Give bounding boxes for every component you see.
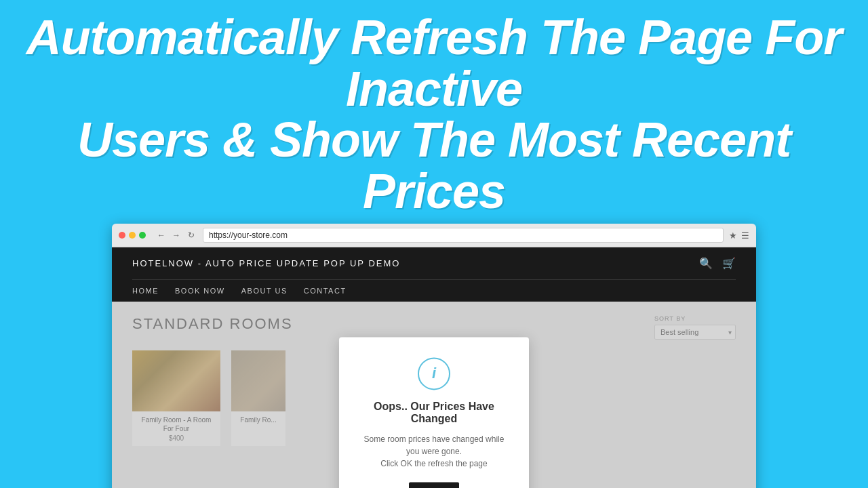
dot-maximize[interactable]	[139, 232, 146, 239]
browser-actions: ★ ☰	[729, 230, 749, 241]
back-button[interactable]: ←	[155, 229, 167, 241]
forward-button[interactable]: →	[170, 229, 182, 241]
banner-title: Automatically Refresh The Page For Inact…	[14, 12, 854, 217]
browser-dots	[119, 232, 146, 239]
site-title: HOTELNOW - AUTO PRICE UPDATE POP UP DEMO	[132, 258, 400, 268]
browser-window: ← → ↻ https://your-store.com ★ ☰ HOTELNO…	[112, 224, 756, 488]
nav-home[interactable]: HOME	[132, 287, 159, 295]
nav-contact[interactable]: CONTACT	[304, 287, 347, 295]
dot-close[interactable]	[119, 232, 125, 239]
nav-about-us[interactable]: ABOUT US	[241, 287, 288, 295]
browser-chrome: ← → ↻ https://your-store.com ★ ☰	[112, 224, 756, 247]
website-content: HOTELNOW - AUTO PRICE UPDATE POP UP DEMO…	[112, 247, 756, 488]
banner: Automatically Refresh The Page For Inact…	[0, 0, 868, 224]
site-header-top: HOTELNOW - AUTO PRICE UPDATE POP UP DEMO…	[132, 247, 736, 279]
modal-message: Some room prices have changed while you …	[363, 434, 505, 470]
browser-navigation: ← → ↻	[155, 229, 197, 241]
site-header-icons: 🔍 🛒	[699, 257, 736, 270]
nav-book-now[interactable]: BOOK NOW	[175, 287, 225, 295]
cart-icon[interactable]: 🛒	[722, 257, 736, 270]
dot-minimize[interactable]	[129, 232, 136, 239]
modal-ok-button[interactable]: OK	[409, 483, 460, 488]
search-icon[interactable]: 🔍	[699, 257, 713, 270]
menu-icon[interactable]: ☰	[741, 230, 749, 241]
refresh-button[interactable]: ↻	[185, 229, 197, 241]
site-header: HOTELNOW - AUTO PRICE UPDATE POP UP DEMO…	[112, 247, 756, 302]
modal-title: Oops.. Our Prices Have Changed	[363, 401, 505, 426]
modal-info-icon: i	[418, 358, 450, 390]
site-nav: HOME BOOK NOW ABOUT US CONTACT	[132, 279, 736, 302]
modal-dialog: i Oops.. Our Prices Have Changed Some ro…	[339, 338, 529, 488]
page-content: STANDARD ROOMS SORT BY Best selling Pric…	[112, 302, 756, 488]
address-bar[interactable]: https://your-store.com	[203, 228, 724, 243]
bookmark-icon[interactable]: ★	[729, 230, 737, 241]
